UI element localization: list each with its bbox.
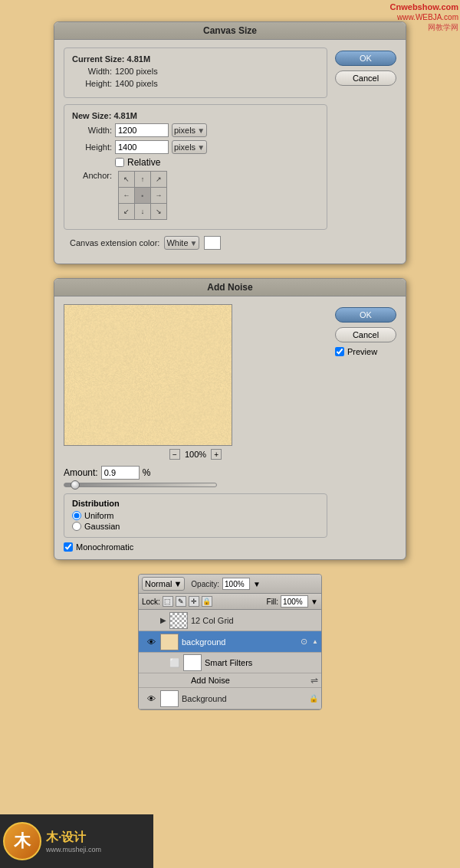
anchor-tr[interactable]: ↗ (151, 172, 166, 187)
noise-canvas (64, 305, 232, 445)
current-size-section: Current Size: 4.81M Width: 1200 pixels H… (64, 47, 327, 98)
new-size-label: New Size: 4.81M (72, 111, 319, 120)
height-unit-arrow: ▼ (197, 143, 205, 152)
layers-lock-row: Lock: ⬚ ✎ ✛ 🔒 Fill: ▼ (139, 594, 321, 610)
amount-unit: % (143, 467, 151, 478)
gaussian-radio-row: Gaussian (72, 522, 319, 531)
layer-thumbnail (160, 634, 179, 650)
lock-transparent-icon[interactable]: ⬚ (163, 596, 173, 607)
layer-scroll-icon: ▲ (312, 638, 318, 645)
layer-row[interactable]: 👁 Background 🔒 (139, 688, 321, 709)
color-swatch[interactable] (204, 236, 221, 250)
monochromatic-label: Monochromatic (76, 542, 133, 552)
noise-preview-area[interactable] (64, 304, 232, 446)
preview-checkbox[interactable] (335, 347, 344, 356)
amount-slider[interactable] (64, 483, 217, 487)
lock-all-icon[interactable]: 🔒 (202, 596, 212, 607)
extension-color-label: Canvas extension color: (70, 238, 159, 247)
anchor-row: Anchor: ↖ ↑ ↗ ← ▪ → ↙ ↓ ↘ (72, 171, 319, 220)
opacity-label: Opacity: (191, 580, 219, 588)
smart-filters-label: Smart Filters (205, 658, 252, 667)
opacity-input[interactable] (222, 578, 250, 590)
gaussian-radio[interactable] (72, 522, 81, 531)
noise-ok-button[interactable]: OK (335, 307, 396, 323)
layer-name: 12 Col Grid (191, 616, 318, 625)
current-size-label: Current Size: 4.81M (72, 54, 319, 64)
fill-arrow[interactable]: ▼ (310, 598, 318, 606)
layer-lock-icon: 🔒 (309, 694, 318, 703)
layer-expand-icon[interactable]: ▶ (160, 616, 166, 624)
layer-row[interactable]: 👁 ▶ 12 Col Grid (139, 610, 321, 631)
amount-label: Amount: (64, 467, 98, 478)
canvas-size-title: Canvas Size (54, 22, 406, 40)
add-noise-filter-label: Add Noise (191, 676, 230, 685)
new-width-row: Width: pixels ▼ (72, 123, 319, 137)
extension-color-row: Canvas extension color: White ▼ (70, 236, 327, 250)
lock-image-icon[interactable]: ✎ (176, 596, 186, 607)
layers-panel: Normal ▼ Opacity: ▼ Lock: ⬚ ✎ ✛ 🔒 Fill: … (138, 574, 322, 710)
zoom-row: − 100% + (64, 449, 327, 460)
anchor-mr[interactable]: → (151, 188, 166, 203)
canvas-cancel-button[interactable]: Cancel (335, 70, 396, 86)
preview-label: Preview (347, 347, 377, 356)
width-unit-arrow: ▼ (197, 126, 205, 135)
zoom-level: 100% (185, 450, 206, 459)
relative-label: Relative (127, 157, 160, 168)
anchor-tc[interactable]: ↑ (135, 172, 150, 187)
watermark-line1: Cnwebshow.com (390, 2, 458, 12)
new-height-label: Height: (72, 142, 112, 152)
current-height-row: Height: 1400 pixels (72, 79, 319, 88)
anchor-bl[interactable]: ↙ (119, 204, 134, 219)
width-unit-select[interactable]: pixels ▼ (172, 123, 207, 137)
noise-cancel-button[interactable]: Cancel (335, 327, 396, 342)
smart-filters-row: ⬜ Smart Filters (139, 653, 321, 673)
layer-thumbnail (160, 690, 179, 707)
anchor-tl[interactable]: ↖ (119, 172, 134, 187)
add-noise-dialog: Add Noise − 100% + Amount: % (54, 278, 406, 560)
anchor-ml[interactable]: ← (119, 188, 134, 203)
extension-color-value: White (166, 238, 188, 247)
gaussian-label: Gaussian (84, 522, 120, 531)
noise-right-panel: OK Cancel Preview (335, 304, 396, 552)
layer-name: background (182, 637, 297, 647)
anchor-grid[interactable]: ↖ ↑ ↗ ← ▪ → ↙ ↓ ↘ (118, 171, 167, 220)
relative-checkbox[interactable] (115, 158, 124, 167)
amount-slider-container (64, 483, 327, 487)
lock-position-icon[interactable]: ✛ (189, 596, 199, 607)
opacity-arrow[interactable]: ▼ (253, 580, 261, 588)
canvas-size-dialog: Canvas Size Current Size: 4.81M Width: 1… (54, 21, 406, 264)
uniform-radio-row: Uniform (72, 511, 319, 520)
height-unit-select[interactable]: pixels ▼ (172, 140, 207, 154)
anchor-mc[interactable]: ▪ (135, 188, 150, 203)
anchor-bc[interactable]: ↓ (135, 204, 150, 219)
layer-name: Background (182, 694, 306, 703)
layer-eye-icon[interactable]: 👁 (145, 636, 157, 648)
add-noise-options-icon[interactable]: ⇌ (310, 675, 318, 686)
current-width-row: Width: 1200 pixels (72, 67, 319, 76)
layer-smart-filter-badge: ⊙ (301, 637, 307, 647)
preview-row: Preview (335, 347, 396, 356)
blend-mode-select[interactable]: Normal ▼ (142, 577, 185, 591)
extension-color-arrow: ▼ (190, 239, 198, 247)
canvas-ok-button[interactable]: OK (335, 51, 396, 66)
uniform-label: Uniform (84, 511, 114, 520)
uniform-radio[interactable] (72, 511, 81, 520)
smart-filter-icon: ⬜ (169, 658, 180, 668)
new-height-input[interactable] (115, 140, 169, 154)
anchor-br[interactable]: ↘ (151, 204, 166, 219)
fill-input[interactable] (281, 595, 308, 608)
extension-color-select[interactable]: White ▼ (164, 236, 199, 250)
slider-thumb[interactable] (71, 480, 80, 490)
zoom-plus-button[interactable]: + (211, 449, 222, 460)
anchor-label: Anchor: (72, 171, 112, 180)
current-height-value: 1400 pixels (115, 79, 158, 88)
height-unit-label: pixels (174, 142, 196, 152)
new-width-input[interactable] (115, 123, 169, 137)
layer-row[interactable]: 👁 background ⊙ ▲ (139, 631, 321, 653)
new-width-label: Width: (72, 126, 112, 135)
distribution-section: Distribution Uniform Gaussian (64, 493, 327, 538)
monochromatic-checkbox[interactable] (64, 542, 73, 552)
amount-input[interactable] (101, 466, 140, 480)
zoom-minus-button[interactable]: − (169, 449, 180, 460)
layer-eye-icon[interactable]: 👁 (145, 693, 157, 705)
